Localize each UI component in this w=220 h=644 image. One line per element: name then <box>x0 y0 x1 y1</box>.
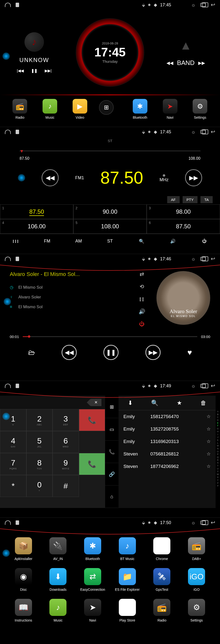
assistant-orb[interactable] <box>3 550 10 557</box>
tab-link[interactable]: 🔗 <box>105 463 119 486</box>
fm-button[interactable]: FM <box>32 235 63 248</box>
preset-6[interactable]: 687.50 <box>147 219 220 234</box>
recent-apps-icon[interactable] <box>200 3 206 7</box>
key-5[interactable]: 5JKL <box>26 431 53 453</box>
back-icon[interactable]: ↩ <box>211 256 215 262</box>
contact-row[interactable]: Emily13169620313☆ <box>119 435 215 448</box>
app-es-file-explorer[interactable]: 📁ES File Explorer <box>111 568 143 592</box>
brightness-icon[interactable]: ☼ <box>191 383 195 389</box>
am-button[interactable]: AM <box>63 235 94 248</box>
key-8[interactable]: 8TUV <box>26 453 53 475</box>
volume-button[interactable]: 🔊 <box>139 308 145 315</box>
frequency-slider[interactable]: ▼ <box>0 145 220 156</box>
home-icon[interactable] <box>5 3 11 7</box>
contact-row[interactable]: Steven18774206962☆ <box>119 460 215 472</box>
brightness-icon[interactable]: ☼ <box>191 520 195 526</box>
pause-button[interactable]: ❚❚ <box>103 345 119 360</box>
dock-radio[interactable]: 📻Radio <box>9 99 31 120</box>
next-track-button[interactable]: ▶▶| <box>45 68 52 73</box>
frequency-marker[interactable]: ▼ <box>20 149 24 154</box>
dock-bluetooth[interactable]: ✱Bluetooth <box>129 99 151 120</box>
app-settings[interactable]: ⚙Settings <box>180 599 213 622</box>
seek-up-button[interactable]: ▶▶ <box>198 60 205 66</box>
key-1[interactable]: 1∞ <box>0 409 26 431</box>
tab-recent[interactable]: 📞 <box>105 440 119 463</box>
dock-music[interactable]: ♪Music <box>39 99 61 120</box>
app-instructions[interactable]: 📖Instructions <box>7 599 40 622</box>
assistant-orb[interactable] <box>4 298 11 305</box>
favorite-button[interactable]: ♥ <box>187 348 192 357</box>
tune-down-button[interactable]: ◀◀ <box>42 169 59 186</box>
backspace-button[interactable]: ✕ <box>90 399 101 406</box>
key-#[interactable]: # <box>53 475 79 497</box>
contact-row[interactable]: Steven07568126812☆ <box>119 448 215 460</box>
power-button[interactable]: ⏻ <box>188 235 220 248</box>
hangup-button[interactable]: 📞 <box>79 409 105 431</box>
af-button[interactable]: AF <box>167 196 180 203</box>
app-av-in[interactable]: 🔌AV_IN <box>42 537 74 561</box>
equalizer-button[interactable]: ⫿⫿⫿ <box>0 235 32 248</box>
back-icon[interactable]: ↩ <box>211 383 215 389</box>
repeat-button[interactable]: ⟲ <box>140 284 144 290</box>
recent-apps-icon[interactable] <box>200 257 206 261</box>
app-music[interactable]: ♪Music <box>42 599 74 622</box>
app-radio[interactable]: 📻Radio <box>146 599 178 622</box>
dock-navi[interactable]: ➤Navi <box>159 99 181 120</box>
search-button[interactable]: 🔍 <box>126 235 157 248</box>
next-button[interactable]: ▶▶ <box>145 345 161 360</box>
preset-5[interactable]: 5108.00 <box>73 219 147 234</box>
star-icon[interactable]: ☆ <box>206 426 211 432</box>
key-4[interactable]: 4GHI <box>0 431 26 453</box>
home-icon[interactable] <box>5 257 11 261</box>
brightness-icon[interactable]: ☼ <box>191 129 195 135</box>
app-disc[interactable]: ◉Disc <box>7 568 40 592</box>
recent-apps-icon[interactable] <box>200 130 206 134</box>
dock-apps[interactable]: ⊞ <box>99 99 121 120</box>
back-icon[interactable]: ↩ <box>211 2 215 8</box>
star-icon[interactable]: ☆ <box>206 438 211 444</box>
tune-up-button[interactable]: ▶▶ <box>185 169 202 186</box>
brightness-icon[interactable]: ☼ <box>191 2 195 8</box>
app-downloads[interactable]: ⬇Downloads <box>42 568 74 592</box>
brightness-icon[interactable]: ☼ <box>191 256 195 262</box>
equalizer-button[interactable]: ⫿⫿ <box>139 296 144 302</box>
key-0[interactable]: 0+ <box>26 475 53 497</box>
sd-card-icon[interactable] <box>16 384 19 388</box>
recent-apps-icon[interactable] <box>200 521 206 524</box>
app-apkinstaller[interactable]: 📦ApkInstaller <box>7 537 40 561</box>
app-navi[interactable]: ➤Navi <box>77 599 109 622</box>
assistant-orb[interactable] <box>3 52 10 60</box>
app-gpstest[interactable]: 🛰GpsTest <box>146 568 178 592</box>
play-pause-button[interactable]: ❚❚ <box>31 68 37 73</box>
tab-device[interactable]: ⌂ <box>105 486 119 508</box>
alpha-index[interactable]: ABCDEFGHIJKLMNOPQRSTUVWXYZ# <box>215 396 220 508</box>
back-icon[interactable]: ↩ <box>211 129 215 135</box>
key-2[interactable]: 2ABC <box>26 409 53 431</box>
sd-card-icon[interactable] <box>16 520 19 525</box>
preset-3[interactable]: 398.00 <box>147 204 220 219</box>
preset-4[interactable]: 4106.00 <box>0 219 73 234</box>
key-*[interactable]: * <box>0 475 26 497</box>
star-icon[interactable]: ☆ <box>206 451 211 457</box>
contact-row[interactable]: Emily13527208755☆ <box>119 423 215 435</box>
stereo-button[interactable]: ST <box>94 235 126 248</box>
back-icon[interactable]: ↩ <box>211 520 215 526</box>
sd-card-icon[interactable] <box>16 3 19 7</box>
folder-button[interactable]: 🗁 <box>28 348 35 356</box>
app-igo[interactable]: iGOiGO <box>180 568 213 592</box>
prev-button[interactable]: ◀◀ <box>62 345 77 360</box>
dock-settings[interactable]: ⚙Settings <box>189 99 211 120</box>
app-chrome[interactable]: ◉Chrome <box>146 537 178 561</box>
preset-1[interactable]: 187.50 <box>0 204 73 219</box>
call-button[interactable]: 📞 <box>79 453 105 475</box>
pty-button[interactable]: PTY <box>183 196 197 203</box>
preset-2[interactable]: 290.00 <box>73 204 147 219</box>
key-3[interactable]: 3DEF <box>53 409 79 431</box>
key-7[interactable]: 7PQRS <box>0 453 26 475</box>
prev-track-button[interactable]: |◀◀ <box>17 68 24 73</box>
sd-card-icon[interactable] <box>16 257 19 261</box>
key-9[interactable]: 9WXYZ <box>53 453 79 475</box>
assistant-orb[interactable] <box>3 413 10 420</box>
seek-down-button[interactable]: ◀◀ <box>166 60 173 66</box>
app-dab-[interactable]: 📻DAB+ <box>180 537 213 561</box>
